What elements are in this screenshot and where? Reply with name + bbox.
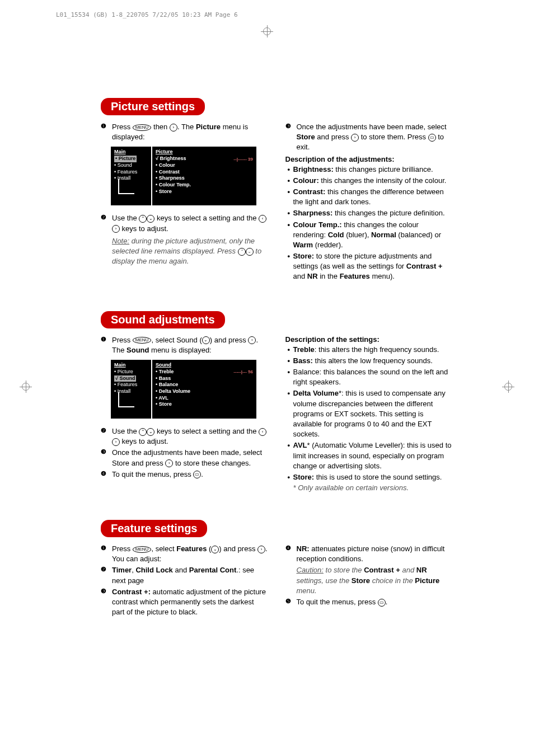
- text: to store the: [324, 566, 364, 574]
- right-key-icon: ›: [112, 438, 120, 446]
- text: Treble: [293, 345, 315, 354]
- text: Child Lock: [135, 566, 172, 574]
- text: then: [151, 123, 170, 131]
- text: Contrast +: [364, 566, 400, 574]
- osd-item: • Sharpness: [156, 175, 253, 182]
- sound-osd: Main • Picture √ Sound • Features • Inst…: [111, 360, 256, 419]
- text: Parental Cont: [189, 566, 237, 574]
- exit-key-icon: ▭: [193, 471, 201, 478]
- text: : this alters the high frequency sounds.: [315, 345, 439, 354]
- step-1-badge: ❶: [101, 335, 109, 344]
- text: menu.: [297, 586, 317, 595]
- text: * (Automatic Volume Leveller): this is u…: [293, 441, 452, 469]
- osd-item: • Store: [156, 401, 253, 408]
- text: Cold: [328, 231, 344, 239]
- menu-key-icon: MENU: [133, 124, 152, 131]
- picture-settings-section: Picture settings ❶ Press MENU then ›. Th…: [101, 98, 453, 283]
- text: Balance: this balances the sound on the …: [293, 368, 448, 386]
- text: .: [201, 470, 203, 478]
- osd-item: • Picture: [114, 369, 149, 375]
- text: To quit the menus, press: [297, 598, 378, 606]
- text: choice in the: [370, 576, 415, 585]
- exit-key-icon: ▭: [378, 599, 386, 607]
- osd-item: • Treble: [156, 369, 174, 375]
- feature-section: Feature settings ❶ Press MENU, select Fe…: [101, 520, 453, 618]
- right-key-icon: ›: [248, 336, 256, 344]
- text: . The: [177, 123, 196, 131]
- right-key-icon: ›: [112, 225, 120, 233]
- sound-right-col: Description of the settings: Treble: thi…: [285, 335, 453, 492]
- step-2-badge: ❷: [101, 565, 109, 574]
- text: Use the: [112, 214, 139, 222]
- step-5-badge: ❺: [285, 597, 293, 605]
- text: , select Sound (: [151, 336, 202, 344]
- text: Picture: [415, 576, 439, 585]
- osd-slider: --|------ 39: [233, 157, 253, 162]
- osd-sub-title: Sound: [156, 362, 253, 368]
- down-key-icon: ⌄: [147, 215, 154, 223]
- right-key-icon: ›: [165, 459, 173, 467]
- step-1-badge: ❶: [101, 544, 109, 552]
- desc-heading: Description of the adjustments:: [285, 155, 453, 163]
- osd-item: • Colour: [156, 162, 253, 169]
- up-key-icon: ⌃: [139, 428, 147, 436]
- text: keys to adjust.: [120, 437, 168, 445]
- left-key-icon: ‹: [259, 215, 266, 223]
- text: to store these changes.: [173, 459, 251, 467]
- right-key-icon: ›: [170, 124, 177, 132]
- osd-arrow-icon: [118, 179, 134, 199]
- osd-item: • Store: [156, 189, 253, 195]
- osd-item: • Delta Volume: [156, 388, 253, 395]
- feature-left-col: ❶ Press MENU, select Features (⌄) and pr…: [101, 544, 269, 618]
- text: menu is displayed:: [149, 346, 211, 354]
- text: keys to select a setting and the: [154, 214, 259, 222]
- text: Sharpness:: [293, 209, 333, 217]
- step-3-badge: ❸: [101, 587, 109, 595]
- text: Bass:: [293, 356, 313, 365]
- feature-title: Feature settings: [101, 520, 207, 537]
- picture-left-col: ❶ Press MENU then ›. The Picture menu is…: [101, 122, 269, 283]
- down-key-icon: ⌄: [147, 428, 154, 436]
- text: keys to adjust.: [120, 224, 168, 233]
- text: keys to select a setting and the: [154, 427, 259, 435]
- sound-section: Sound adjustments ❶ Press MENU, select S…: [101, 311, 453, 492]
- menu-key-icon: MENU: [133, 337, 152, 344]
- text: this alters the low frequency sounds.: [313, 356, 433, 365]
- text: NR: [416, 566, 427, 574]
- footnote: * Only available on certain versions.: [285, 483, 453, 492]
- desc-heading: Description of the settings:: [285, 335, 453, 344]
- text: Colour Temp.:: [293, 220, 342, 229]
- page-content: Picture settings ❶ Press MENU then ›. Th…: [0, 0, 534, 674]
- text: Brightness:: [293, 165, 334, 173]
- text: ) and press: [219, 544, 257, 553]
- text: this changes picture brilliance.: [334, 165, 433, 173]
- exit-key-icon: ▭: [428, 134, 436, 142]
- up-key-icon: ⌃: [238, 248, 246, 256]
- text: AVL: [293, 441, 307, 449]
- text: Warm: [293, 241, 313, 249]
- down-key-icon: ⌄: [246, 248, 254, 256]
- step-2-badge: ❷: [101, 213, 109, 222]
- text: Colour:: [293, 176, 319, 185]
- down-key-icon: ⌄: [211, 546, 219, 553]
- up-key-icon: ⌃: [139, 215, 147, 223]
- text: Press: [112, 123, 133, 131]
- osd-item: √ Sound: [114, 375, 136, 382]
- osd-item: • Balance: [156, 382, 253, 388]
- osd-item: • Sound: [114, 162, 149, 169]
- feature-right-col: ❹ NR: attenuates picture noise (snow) in…: [285, 544, 453, 618]
- text: NR:: [297, 544, 310, 553]
- osd-sub-title: Picture: [156, 149, 253, 154]
- text: Delta Volume: [293, 389, 339, 397]
- osd-item: • AVL: [156, 395, 253, 402]
- text: (bluer),: [344, 231, 371, 239]
- text: Normal: [371, 231, 396, 239]
- osd-slider: -----|--- 56: [233, 369, 253, 374]
- text: menu).: [370, 272, 395, 280]
- osd-main-title: Main: [114, 149, 149, 154]
- text: To quit the menus, press: [112, 470, 193, 478]
- right-key-icon: ›: [257, 546, 265, 553]
- text: in the: [318, 272, 340, 280]
- text: Press: [112, 544, 133, 553]
- osd-arrow-icon: [118, 392, 134, 412]
